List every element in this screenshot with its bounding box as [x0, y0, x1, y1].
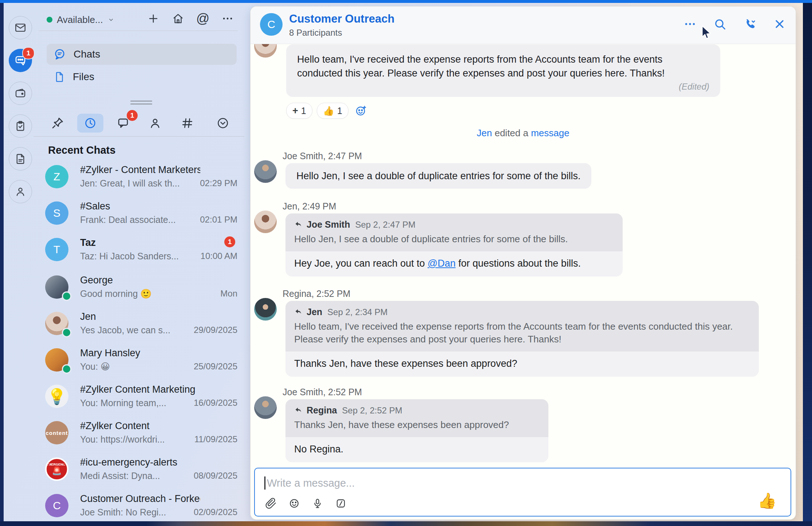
message-bubble[interactable]: Regina Sep 2, 2:52 PM Thanks Jen, have t…: [285, 399, 548, 462]
quoted-message[interactable]: Jen Sep 2, 2:34 PM Hello team, I've rece…: [285, 301, 759, 352]
sidebar-top-actions: @: [146, 12, 234, 25]
list-item-mary-hansley[interactable]: Mary Hansley You: 😀 25/09/2025: [42, 345, 240, 380]
smiley-icon: [288, 498, 300, 509]
list-item-sales[interactable]: S #Sales Frank: Deal associate... 02:01 …: [42, 199, 240, 233]
status-selector[interactable]: Available...: [47, 12, 115, 27]
tab-recent[interactable]: [77, 114, 103, 133]
tab-contacts[interactable]: [142, 114, 168, 133]
avatar: S: [45, 201, 68, 225]
clock-icon: [83, 116, 97, 130]
reaction-thumbs-up[interactable]: 👍 1: [317, 103, 348, 119]
reaction-plus-one[interactable]: + 1: [286, 103, 312, 119]
list-item-taz[interactable]: T Taz Taz: Hi Jacob Sanders... 10:00 AM …: [42, 235, 240, 270]
mentions-button[interactable]: @: [196, 12, 210, 25]
sidebar-item-files[interactable]: Files: [47, 66, 237, 87]
notice-actor[interactable]: Jen: [477, 127, 492, 138]
more-options-button[interactable]: [221, 12, 234, 25]
list-item-zylker-content-marketing[interactable]: 💡 #Zylker Content Marketing You: Morning…: [42, 382, 240, 417]
rail-chats-button[interactable]: 1: [9, 49, 32, 72]
message-bubble[interactable]: Joe Smith Sep 2, 2:47 PM Hello Jen, I se…: [285, 213, 623, 276]
resize-handle[interactable]: [130, 101, 152, 106]
list-item-customer-outreach-forked[interactable]: C Customer Outreach - Forked Joe Smith: …: [42, 491, 240, 521]
commands-button[interactable]: [334, 497, 347, 510]
chat-title[interactable]: Customer Outreach: [289, 12, 394, 25]
plus-icon: [147, 12, 159, 25]
microphone-icon: [312, 498, 323, 509]
chat-search-button[interactable]: [713, 17, 727, 31]
message-input[interactable]: Write a message...: [264, 476, 355, 490]
chevron-down-icon: [107, 16, 115, 23]
list-item-jen[interactable]: Jen Yes Jacob, we can s... 29/09/2025: [42, 309, 240, 344]
message-bubble[interactable]: Hello team, I've received the expense re…: [286, 44, 720, 97]
avatar-jen: [254, 211, 277, 233]
message-author: Joe Smith, 2:47 PM: [283, 151, 362, 161]
rail-wallet-button[interactable]: [9, 82, 32, 105]
close-chat-button[interactable]: [772, 17, 787, 31]
message-bubble[interactable]: Jen Sep 2, 2:34 PM Hello team, I've rece…: [285, 301, 759, 377]
at-icon: @: [196, 11, 210, 26]
avatar-joe-smith: [254, 396, 277, 419]
taskbar-edge: [0, 521, 812, 526]
avatar: Z: [45, 165, 68, 188]
mouse-cursor: [701, 25, 712, 40]
paperclip-icon: [265, 498, 277, 509]
list-item-icu-emergency-alerts[interactable]: EMERGENCY🚨 #icu-emergency-alerts Medi As…: [42, 455, 240, 490]
avatar-emergency: EMERGENCY🚨: [45, 458, 68, 481]
tab-direct-messages[interactable]: 1: [110, 114, 136, 133]
files-icon: [53, 71, 66, 83]
avatar-jen: [254, 44, 277, 58]
list-item-zylker-content-marketers[interactable]: Z #Zylker - Content Marketers Jen: Great…: [42, 162, 240, 197]
message-author: Joe Smith, 2:52 PM: [283, 387, 362, 397]
rail-contacts-button[interactable]: [9, 180, 32, 203]
add-reaction-button[interactable]: [354, 104, 367, 117]
tab-channels[interactable]: [174, 114, 200, 133]
text-caret: [264, 476, 265, 490]
person-icon: [148, 116, 162, 130]
new-chat-button[interactable]: [146, 12, 160, 25]
chat-more-button[interactable]: [683, 17, 697, 31]
attach-file-button[interactable]: [264, 497, 277, 510]
divider: [33, 136, 244, 137]
chat-participants[interactable]: 8 Participants: [289, 28, 342, 38]
slash-command-icon: [335, 498, 347, 509]
ellipsis-icon: [683, 17, 697, 31]
chat-avatar[interactable]: C: [260, 13, 283, 36]
unread-badge: 1: [127, 110, 138, 121]
thumbs-up-send-button[interactable]: 👍: [758, 493, 777, 509]
recent-chats-title: Recent Chats: [48, 144, 115, 156]
tab-pinned[interactable]: [44, 114, 71, 133]
home-button[interactable]: [171, 12, 185, 25]
quoted-message[interactable]: Regina Sep 2, 2:52 PM Thanks Jen, have t…: [285, 399, 548, 437]
divider: [39, 31, 238, 31]
rail-notes-button[interactable]: [9, 147, 32, 170]
message-text: Hey Joe, you can reach out to @Dan for q…: [285, 251, 623, 276]
online-dot: [62, 364, 71, 374]
document-icon: [14, 153, 27, 165]
cliq-app-window: 1 Available... @: [4, 3, 803, 521]
avatar: T: [45, 238, 68, 261]
sidebar-item-chats[interactable]: Chats: [47, 44, 237, 65]
message-bubble[interactable]: Hello Jen, I see a double of duplicate e…: [285, 163, 591, 189]
notice-message-link[interactable]: message: [531, 127, 569, 138]
reply-arrow-icon: [294, 308, 303, 317]
search-icon: [713, 17, 726, 31]
rail-tasks-button[interactable]: [9, 114, 32, 138]
mention-dan[interactable]: @Dan: [427, 258, 456, 269]
pin-icon: [51, 116, 64, 130]
message-composer: Write a message... 👍: [254, 468, 791, 517]
list-item-zylker-content[interactable]: content #Zylker Content You: https://wor…: [42, 418, 240, 453]
clipboard-check-icon: [14, 120, 27, 132]
tab-more[interactable]: [210, 114, 236, 133]
avatar-lightbulb: 💡: [45, 385, 68, 408]
reactions-row: + 1 👍 1: [286, 103, 367, 119]
list-item-george[interactable]: George Good morning 🙂 Mon: [42, 272, 240, 307]
rail-mail-button[interactable]: [9, 16, 32, 39]
system-notice: Jen edited a message: [251, 127, 796, 139]
emoji-button[interactable]: [288, 497, 301, 510]
avatar-wordart: content: [45, 421, 68, 444]
voice-message-button[interactable]: [311, 497, 324, 510]
quoted-message[interactable]: Joe Smith Sep 2, 2:47 PM Hello Jen, I se…: [285, 213, 623, 251]
call-button[interactable]: [742, 17, 757, 31]
chat-header: C Customer Outreach 8 Participants: [251, 7, 796, 44]
edited-tag: (Edited): [297, 82, 709, 92]
